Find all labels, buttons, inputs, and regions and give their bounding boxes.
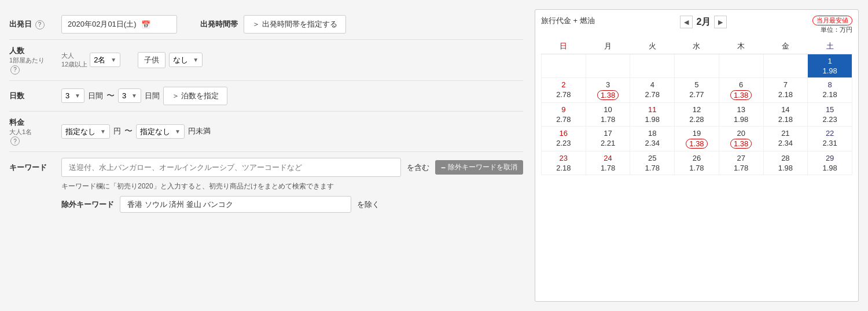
weekday-mon: 月 xyxy=(586,39,630,54)
cell-inner: 72.18 xyxy=(765,80,807,99)
day-price: 1.78 xyxy=(689,164,704,172)
cell-inner: 31.38 xyxy=(587,80,629,100)
calendar-day-cell[interactable]: 42.78 xyxy=(630,78,675,103)
calendar-day-cell[interactable]: 241.78 xyxy=(586,151,630,175)
calendar-day-cell[interactable]: 11.98 xyxy=(808,54,852,78)
calendar-day-cell[interactable]: 31.38 xyxy=(586,78,630,103)
calendar-day-cell[interactable]: 72.18 xyxy=(763,78,808,103)
calendar-day-cell[interactable]: 172.21 xyxy=(586,127,630,151)
calendar-day-cell[interactable]: 162.23 xyxy=(542,127,586,151)
calendar-day-cell[interactable]: 191.38 xyxy=(675,127,719,151)
calendar-day-cell[interactable]: 291.98 xyxy=(808,151,852,175)
cell-inner: 182.34 xyxy=(631,129,673,147)
day-number: 9 xyxy=(561,105,565,114)
day-price: 2.18 xyxy=(778,115,793,124)
calendar-day-cell[interactable]: 182.34 xyxy=(630,127,675,151)
calendar-day-cell[interactable]: 222.31 xyxy=(808,127,852,151)
day-number: 16 xyxy=(560,129,568,138)
calendar-day-cell[interactable]: 271.78 xyxy=(719,151,763,175)
calendar-day-cell[interactable]: 122.28 xyxy=(675,103,719,127)
day-price: 1.98 xyxy=(734,115,748,124)
cell-inner: 52.77 xyxy=(676,80,718,99)
adult-count-select[interactable]: 2名 1名 3名 4名 xyxy=(94,55,115,64)
days-label: 日数 xyxy=(9,91,24,100)
departure-time-button[interactable]: ＞ 出発時間帯を指定する xyxy=(244,15,346,34)
cell-inner: 201.38 xyxy=(720,129,762,149)
calendar-day-cell xyxy=(719,54,763,78)
weekday-thu: 木 xyxy=(719,39,763,54)
day-number: 14 xyxy=(781,105,789,114)
calendar-day-cell xyxy=(630,54,675,78)
adult-select-group: 大人 12歳以上 2名 1名 3名 4名 ▼ xyxy=(61,51,120,68)
day-price: 1.38 xyxy=(686,139,707,149)
keyword-section: キーワード を含む − 除外キーワードを取消 キーワード欄に「初売り2020」と… xyxy=(9,152,523,213)
calendar-day-cell[interactable]: 111.98 xyxy=(630,103,675,127)
day-number: 6 xyxy=(739,80,743,89)
exclude-input[interactable] xyxy=(120,196,351,213)
days-to-select-wrapper: 3 1 2 4 5 6 7 ▼ xyxy=(118,88,141,103)
calendar-title: 旅行代金 + 燃油 xyxy=(541,16,595,26)
calendar-day-cell[interactable]: 201.38 xyxy=(719,127,763,151)
persons-label: 人数 xyxy=(9,46,56,56)
persons-help-icon[interactable]: ? xyxy=(10,65,20,75)
child-count-select[interactable]: なし 1名 2名 xyxy=(173,55,197,64)
day-price: 1.98 xyxy=(778,164,793,172)
day-number: 12 xyxy=(693,105,701,114)
calendar-day-cell[interactable]: 152.23 xyxy=(808,103,852,127)
calendar-day-cell[interactable]: 261.78 xyxy=(675,151,719,175)
calendar-day-cell[interactable]: 82.18 xyxy=(808,78,852,103)
calendar-legend-unit: 単位：万円 xyxy=(821,25,852,34)
days-inputs: 3 1 2 4 5 6 7 ▼ 日間 〜 3 1 2 xyxy=(61,87,227,105)
calendar-day-cell[interactable]: 52.77 xyxy=(675,78,719,103)
weekday-sat: 土 xyxy=(808,39,852,54)
keyword-input[interactable] xyxy=(61,158,401,177)
calendar-day-cell[interactable]: 232.18 xyxy=(542,151,586,175)
keyword-hint-row: キーワード欄に「初売り2020」と入力すると、初売り商品だけをまとめて検索できま… xyxy=(9,182,523,191)
days-from-select[interactable]: 3 1 2 4 5 6 7 xyxy=(65,91,79,100)
days-to-select[interactable]: 3 1 2 4 5 6 7 xyxy=(122,91,136,100)
calendar-day-cell[interactable]: 101.78 xyxy=(586,103,630,127)
calendar-prev-button[interactable]: ◀ xyxy=(680,16,693,28)
calendar-day-cell[interactable]: 251.78 xyxy=(630,151,675,175)
cell-inner: 271.78 xyxy=(720,154,762,172)
day-price: 2.31 xyxy=(822,139,837,147)
day-price: 2.23 xyxy=(822,115,837,124)
calendar-day-cell[interactable]: 22.78 xyxy=(542,78,586,103)
calendar-day-cell[interactable]: 212.34 xyxy=(763,127,808,151)
day-number: 17 xyxy=(604,129,612,138)
calendar-body: 11.9822.7831.3842.7852.7761.3872.1882.18… xyxy=(542,54,852,175)
cell-inner: 101.78 xyxy=(587,105,629,124)
price-from-select[interactable]: 指定なし xyxy=(65,127,105,136)
calendar-day-cell[interactable]: 61.38 xyxy=(719,78,763,103)
calendar-day-cell xyxy=(763,54,808,78)
cell-inner: 291.98 xyxy=(809,154,851,172)
calendar-day-cell[interactable]: 92.78 xyxy=(542,103,586,127)
departure-date-input[interactable]: 2020年02月01日(土) 📅 xyxy=(61,15,177,34)
days-unit-to: 日間 xyxy=(145,91,160,101)
calendar-day-cell[interactable]: 281.98 xyxy=(763,151,808,175)
day-price: 1.38 xyxy=(597,90,619,100)
days-row: 日数 3 1 2 4 5 6 7 ▼ 日間 〜 xyxy=(9,81,523,112)
departure-date-help-icon[interactable]: ? xyxy=(35,20,45,29)
keyword-label: キーワード xyxy=(9,162,56,173)
day-price: 2.28 xyxy=(689,115,704,124)
day-number: 27 xyxy=(737,154,745,162)
cell-inner: 11.98 xyxy=(809,57,851,75)
nights-specify-button[interactable]: ＞ 泊数を指定 xyxy=(163,87,228,105)
exclude-cancel-button[interactable]: − 除外キーワードを取消 xyxy=(435,160,523,175)
price-help-icon[interactable]: ? xyxy=(10,136,20,146)
exclude-label: 除外キーワード xyxy=(61,199,114,210)
day-number: 5 xyxy=(694,80,698,89)
calendar-next-button[interactable]: ▶ xyxy=(714,16,727,28)
calendar-day-cell[interactable]: 142.18 xyxy=(763,103,808,127)
cell-inner: 22.78 xyxy=(543,80,584,99)
calendar-day-cell[interactable]: 131.98 xyxy=(719,103,763,127)
day-price: 1.38 xyxy=(730,139,752,149)
price-to-select[interactable]: 指定なし xyxy=(140,127,179,136)
price-label: 料金 xyxy=(9,117,56,128)
day-number: 25 xyxy=(648,154,656,162)
cell-inner: 122.28 xyxy=(676,105,718,124)
day-price: 1.78 xyxy=(734,164,748,172)
cell-inner: 222.31 xyxy=(809,129,851,147)
day-number: 29 xyxy=(826,154,834,162)
